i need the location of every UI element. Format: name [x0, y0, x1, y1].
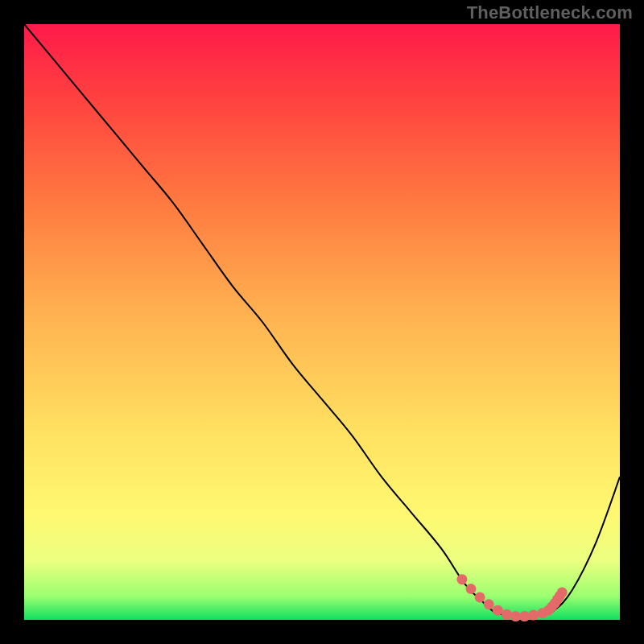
sweet-spot-dot	[493, 605, 503, 616]
sweet-spot-dot	[519, 611, 530, 621]
sweet-spot-dot	[510, 611, 521, 621]
watermark-text: TheBottleneck.com	[467, 2, 633, 23]
chart-stage: TheBottleneck.com	[0, 0, 644, 644]
bottleneck-chart	[0, 0, 644, 644]
gradient-background	[24, 24, 620, 620]
sweet-spot-dot	[557, 587, 568, 597]
sweet-spot-dot	[528, 610, 539, 621]
sweet-spot-dot	[456, 574, 467, 584]
sweet-spot-dot	[484, 599, 494, 609]
sweet-spot-dot	[502, 609, 512, 620]
sweet-spot-dot	[475, 592, 485, 602]
sweet-spot-dot	[466, 584, 477, 594]
